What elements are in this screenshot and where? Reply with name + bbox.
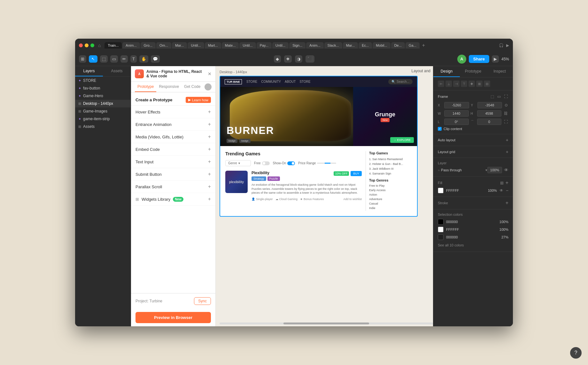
contrast-button[interactable]: ◑ xyxy=(295,55,302,63)
tab-mart[interactable]: Mart... xyxy=(205,42,221,49)
design-tab-inspect[interactable]: Inspect xyxy=(486,66,513,77)
l-value[interactable]: 0° xyxy=(444,119,469,125)
tab-ec[interactable]: Ec... xyxy=(359,42,372,49)
game-buy-button[interactable]: BUY xyxy=(351,171,362,176)
opacity-value[interactable]: 100% xyxy=(487,167,502,173)
align-distribute-button[interactable]: ⊟ xyxy=(484,81,490,87)
frame-icon-2[interactable]: ▭ xyxy=(497,94,501,99)
grid-tool-button[interactable]: ⊞ xyxy=(79,55,86,63)
plugin-nav-prototype[interactable]: Prototype xyxy=(135,82,156,92)
fill-hex-value[interactable]: FFFFFF xyxy=(446,189,485,192)
figma-logo-button[interactable]: ◆ xyxy=(274,55,281,63)
plugin-nav-getcode[interactable]: Get Code xyxy=(182,82,203,92)
plugin-nav-responsive[interactable]: Responsive xyxy=(156,82,182,92)
frame-expand2-icon[interactable]: ⛶ xyxy=(503,119,508,125)
tab-om[interactable]: Om... xyxy=(156,42,171,49)
align-top-button[interactable]: ⊤ xyxy=(461,81,467,87)
tab-until1[interactable]: Until... xyxy=(188,42,204,49)
design-tab-prototype[interactable]: Prototype xyxy=(460,66,486,77)
layer-item-desktop[interactable]: ⊞ Desktop - 1440px xyxy=(75,100,131,107)
fill-add-button[interactable]: + xyxy=(506,180,508,186)
media-plus-icon[interactable]: + xyxy=(208,134,211,140)
sync-button[interactable]: Sync xyxy=(194,297,211,305)
play-icon[interactable]: ▶ xyxy=(506,43,509,48)
frame-expand-icon[interactable]: ⛶ xyxy=(503,94,508,99)
entrance-animation-plus-icon[interactable]: + xyxy=(208,121,211,127)
play-presentation-button[interactable]: ▶ xyxy=(492,55,499,63)
design-tab-design[interactable]: Design xyxy=(433,66,460,77)
layers-tab[interactable]: Layers xyxy=(75,66,103,76)
h-value[interactable]: 4598 xyxy=(477,110,502,117)
close-traffic-light[interactable] xyxy=(79,43,83,47)
layer-item-gamehero[interactable]: ✦ Game-Hero xyxy=(75,92,131,100)
fullscreen-traffic-light[interactable] xyxy=(90,43,94,47)
assets-tab[interactable]: Assets xyxy=(103,66,131,76)
canvas-scrollbar-thumb[interactable] xyxy=(283,322,369,324)
learn-how-button[interactable]: ▶ Learn how xyxy=(186,97,211,103)
new-tab-button[interactable]: + xyxy=(420,43,427,48)
widgets-row[interactable]: ⊞ Widgets Library New + xyxy=(131,193,215,206)
tab-ga[interactable]: Ga... xyxy=(406,42,420,49)
tab-gro[interactable]: Gro... xyxy=(141,42,156,49)
share-button[interactable]: Share xyxy=(469,55,489,63)
widgets-plus-icon[interactable]: + xyxy=(208,196,211,202)
layers-button[interactable]: ⬛ xyxy=(306,55,314,63)
blend-mode-label[interactable]: Pass through xyxy=(441,168,485,172)
preview-button[interactable]: Preview in Browser xyxy=(135,312,211,323)
layer-item-store[interactable]: ✦ STORE xyxy=(75,77,131,84)
submit-button-plus-icon[interactable]: + xyxy=(208,171,211,177)
tab-until3[interactable]: Until... xyxy=(272,42,289,49)
tab-anim2[interactable]: Anim... xyxy=(306,42,323,49)
wishlist-label[interactable]: Add to wishlist xyxy=(343,198,362,201)
eye-icon[interactable]: 👁 xyxy=(504,167,508,173)
parallax-plus-icon[interactable]: + xyxy=(208,184,211,190)
genre-select[interactable]: Genre ▾ xyxy=(225,160,251,166)
price-range-bar[interactable] xyxy=(317,163,336,164)
stroke-add-button[interactable]: + xyxy=(506,200,508,206)
tab-mar2[interactable]: Mar... xyxy=(343,42,358,49)
w-value[interactable]: 1440 xyxy=(444,110,469,117)
clip-content-checkbox[interactable]: ✓ xyxy=(438,127,442,131)
menu-text-input[interactable]: Text Input + xyxy=(131,156,215,168)
site-search[interactable]: 🔍 Search... xyxy=(388,79,413,84)
align-center-h-button[interactable]: ⊥ xyxy=(445,81,452,87)
hover-effects-plus-icon[interactable]: + xyxy=(208,109,211,115)
r-value[interactable]: 0 xyxy=(477,119,502,125)
zoom-level[interactable]: 45% xyxy=(501,57,509,61)
fill-visibility-button[interactable]: 👁 xyxy=(499,188,503,193)
fill-color-swatch[interactable] xyxy=(438,188,444,193)
text-tool-button[interactable]: T xyxy=(130,55,137,63)
tab-sign[interactable]: Sign... xyxy=(289,42,306,49)
see-all-colors-button[interactable]: See all 10 colors xyxy=(438,242,508,248)
minimize-traffic-light[interactable] xyxy=(85,43,89,47)
aspect-ratio-icon[interactable]: ⛓ xyxy=(503,111,508,116)
tab-pay[interactable]: Pay... xyxy=(257,42,272,49)
embed-code-plus-icon[interactable]: + xyxy=(208,146,211,152)
hand-tool-button[interactable]: ✋ xyxy=(139,55,148,63)
sel-swatch-2[interactable] xyxy=(438,227,444,232)
tab-mar[interactable]: Mar... xyxy=(172,42,187,49)
pen-tool-button[interactable]: ✏ xyxy=(120,55,128,63)
menu-embed-code[interactable]: Embed Code + xyxy=(131,143,215,156)
fill-remove-button[interactable]: − xyxy=(506,188,508,193)
tab-mate[interactable]: Mate... xyxy=(222,42,239,49)
auto-layout-add-button[interactable]: + xyxy=(506,137,508,143)
plugin-close-button[interactable]: ✕ xyxy=(208,71,212,76)
home-icon[interactable]: ⌂ xyxy=(98,43,101,48)
menu-parallax[interactable]: Parallax Scroll + xyxy=(131,181,215,193)
link-icon[interactable]: ⊙ xyxy=(504,102,508,108)
comment-tool-button[interactable]: 💬 xyxy=(151,55,160,63)
free-toggle-switch[interactable] xyxy=(262,161,270,165)
menu-media[interactable]: Media (Video, Gifs, Lottie) + xyxy=(131,131,215,143)
tab-anim[interactable]: Anim... xyxy=(122,42,140,49)
layer-item-fav[interactable]: ✦ fav-button xyxy=(75,84,131,92)
fill-grid-icon[interactable]: ⊞ xyxy=(500,181,504,185)
sel-swatch-1[interactable] xyxy=(438,219,444,225)
menu-submit-button[interactable]: Submit Button + xyxy=(131,168,215,181)
menu-hover-effects[interactable]: Hover Effects + xyxy=(131,106,215,118)
align-center-v-button[interactable]: ✚ xyxy=(468,81,475,87)
text-input-plus-icon[interactable]: + xyxy=(208,159,211,165)
x-value[interactable]: -5260 xyxy=(444,102,469,108)
fill-opacity-value[interactable]: 100% xyxy=(488,189,497,192)
show-on-toggle-switch[interactable] xyxy=(287,161,295,165)
